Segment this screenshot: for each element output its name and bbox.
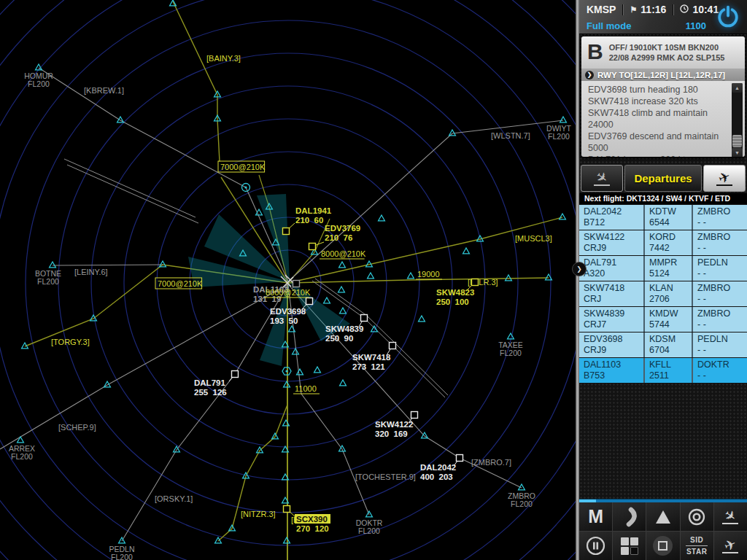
strip-cell: EDV3698CRJ9 bbox=[579, 332, 643, 357]
flight-strip-DAL2042[interactable]: DAL2042B712KDTW6544ZMBRO- - bbox=[579, 205, 747, 230]
strip-cell: KFLL2511 bbox=[643, 358, 692, 383]
waypoint-triangle-icon bbox=[340, 308, 347, 314]
fix-altitude-label: FL200 bbox=[358, 526, 380, 535]
fix-altitude-label: FL200 bbox=[548, 132, 570, 141]
expand-arrow-icon: ❯ bbox=[585, 71, 594, 79]
route-label: [TOCHESTER.9] bbox=[355, 472, 416, 481]
flight-strip-EDV3698[interactable]: EDV3698CRJ9KDSM6704PEDLN- - bbox=[579, 332, 747, 357]
star-label: STAR bbox=[686, 548, 707, 556]
fix-altitude-label: FL200 bbox=[500, 349, 522, 357]
aircraft-SKW4122[interactable]: SKW4122320 169 bbox=[375, 412, 418, 439]
waypoint-triangle-icon bbox=[506, 275, 512, 281]
aircraft-datatag: 400 203 bbox=[420, 472, 453, 481]
aircraft-DAL2042[interactable]: DAL2042400 203 bbox=[420, 455, 463, 482]
mode-label[interactable]: Full mode bbox=[587, 20, 631, 31]
strip-cell: KLAN2706 bbox=[643, 281, 692, 306]
pause-button[interactable] bbox=[579, 532, 612, 560]
power-button[interactable] bbox=[711, 1, 745, 32]
strip-cell: SKW4839CRJ7 bbox=[579, 307, 643, 332]
tab-departures[interactable]: Departures bbox=[624, 165, 702, 192]
aircraft-EDV3769[interactable]: EDV3769210 76 bbox=[309, 224, 361, 250]
departures-filter-button[interactable]: ✈ bbox=[714, 532, 747, 560]
sid-star-button[interactable]: SID STAR bbox=[681, 532, 713, 560]
waypoint-triangle-icon bbox=[339, 262, 346, 268]
scroll-down-button[interactable]: ▼ bbox=[732, 148, 743, 157]
waypoint-triangle-icon bbox=[560, 117, 567, 122]
strip-cell: PEDLN- - bbox=[692, 332, 747, 357]
header-separator bbox=[622, 4, 623, 15]
log-line: SKW7418 climb and maintain 24000 bbox=[588, 107, 729, 131]
layout-grid-button[interactable] bbox=[613, 532, 646, 560]
runway-config-bar[interactable]: ❯ RWY TO[12L,12R] L[12L,12R,17] bbox=[581, 69, 745, 81]
tab-arrivals[interactable]: ✈ bbox=[581, 165, 623, 192]
scrollbar-track[interactable] bbox=[732, 93, 743, 148]
vector-curve-button[interactable] bbox=[613, 502, 646, 531]
flight-strip-SKW4122[interactable]: SKW4122CRJ9KORD7442ZMBRO- - bbox=[579, 230, 747, 255]
waypoint-triangle-icon bbox=[215, 537, 222, 543]
triangle-button[interactable] bbox=[646, 502, 679, 531]
flight-strip-DAL791[interactable]: DAL791A320MMPR5124PEDLN- - bbox=[579, 256, 747, 281]
takeoff-plane-icon: ✈ bbox=[722, 538, 738, 553]
triangle-icon bbox=[654, 509, 672, 525]
strip-cell: ZMBRO- - bbox=[692, 281, 747, 306]
flight-strip-SKW4839[interactable]: SKW4839CRJ7KMDW5744ZMBRO- - bbox=[579, 307, 747, 332]
flight-strip-DAL1103[interactable]: DAL1103B753KFLL2511DOKTR- - bbox=[579, 358, 747, 383]
radar-canvas[interactable]: HOMURFL200DWIYTFL200BOTNEFL200ARREXFL200… bbox=[0, 0, 576, 560]
waypoint-triangle-icon bbox=[90, 315, 97, 321]
metar-text: OFF/ 19010KT 10SM BKN200 22/08 A2999 RMK… bbox=[609, 40, 740, 66]
sim-time: 11:16 bbox=[640, 4, 666, 15]
fix-altitude-label: FL200 bbox=[111, 553, 133, 560]
airport-code: KMSP bbox=[587, 4, 616, 15]
aircraft-callsign: EDV3698 bbox=[270, 307, 306, 316]
aircraft-datatag: 250 100 bbox=[436, 298, 469, 306]
aircraft-SKW4823[interactable]: SKW4823250 100 bbox=[436, 279, 479, 307]
flag-icon: ⚑ bbox=[630, 5, 637, 15]
radar-display[interactable]: HOMURFL200DWIYTFL200BOTNEFL200ARREXFL200… bbox=[0, 0, 576, 560]
scroll-up-button[interactable]: ▲ bbox=[732, 83, 743, 93]
arrivals-plane-icon: ✈ bbox=[594, 171, 610, 186]
range-rings-button[interactable] bbox=[681, 502, 713, 531]
waypoint-triangle-icon bbox=[408, 273, 414, 279]
waypoint-triangle-icon bbox=[419, 316, 425, 322]
flight-strip-SKW7418[interactable]: SKW7418CRJKLAN2706ZMBRO- - bbox=[579, 281, 747, 306]
header-separator bbox=[673, 4, 673, 15]
waypoint-triangle-icon bbox=[18, 437, 24, 443]
scrollbar[interactable]: ▲ ▼ bbox=[732, 83, 743, 157]
scrollbar-thumb[interactable] bbox=[732, 135, 742, 147]
route-label: [BAINY.3] bbox=[206, 54, 241, 63]
log-line: SKW7418 increase 320 kts bbox=[588, 96, 729, 107]
waypoint-triangle-icon bbox=[289, 326, 295, 332]
strip-cell: KDSM6704 bbox=[643, 332, 692, 357]
tab-departures-icon[interactable]: ✈ bbox=[703, 165, 746, 192]
atis-letter: B bbox=[587, 40, 603, 66]
strip-cell: DOKTR- - bbox=[692, 358, 747, 383]
map-button[interactable]: M bbox=[579, 502, 612, 531]
route-label: [ORSKY.1] bbox=[155, 494, 193, 503]
aircraft-callsign: SKW4122 bbox=[375, 420, 413, 429]
info-box: B OFF/ 19010KT 10SM BKN200 22/08 A2999 R… bbox=[581, 36, 745, 157]
aircraft-DAL791[interactable]: DAL791255 126 bbox=[194, 371, 239, 397]
waypoint-triangle-icon bbox=[368, 273, 374, 279]
arrivals-filter-button[interactable]: ✈ bbox=[714, 502, 747, 531]
command-log-panel: EDV3698 turn heading 180SKW7418 increase… bbox=[581, 81, 745, 157]
sid-label: SID bbox=[690, 536, 703, 544]
curve-icon bbox=[619, 507, 640, 527]
route-label: [NITZR.3] bbox=[241, 510, 276, 518]
sid-star-icon: SID STAR bbox=[686, 536, 708, 556]
center-icon bbox=[653, 536, 673, 556]
aircraft-datatag: 255 126 bbox=[194, 388, 227, 397]
strip-selector-arrow[interactable]: ❯ bbox=[572, 262, 587, 276]
route-label: [SCHEP.9] bbox=[58, 423, 96, 432]
atc-simulator-window: HOMURFL200DWIYTFL200BOTNEFL200ARREXFL200… bbox=[0, 0, 747, 560]
aircraft-callsign: SKW4823 bbox=[436, 288, 474, 297]
waypoint-triangle-icon bbox=[463, 248, 470, 254]
center-view-button[interactable] bbox=[646, 532, 679, 560]
fix-altitude-label: FL200 bbox=[37, 277, 59, 286]
route-label: [ZMBRO.7] bbox=[471, 458, 511, 467]
altitude-constraint-label: 7000@210K bbox=[158, 279, 203, 288]
strip-cell: SKW7418CRJ bbox=[579, 281, 643, 306]
grid-icon bbox=[621, 537, 638, 555]
clock-icon bbox=[680, 4, 689, 15]
aircraft-datatag: 210 76 bbox=[325, 233, 352, 242]
strip-cell: KMDW5744 bbox=[643, 307, 692, 332]
